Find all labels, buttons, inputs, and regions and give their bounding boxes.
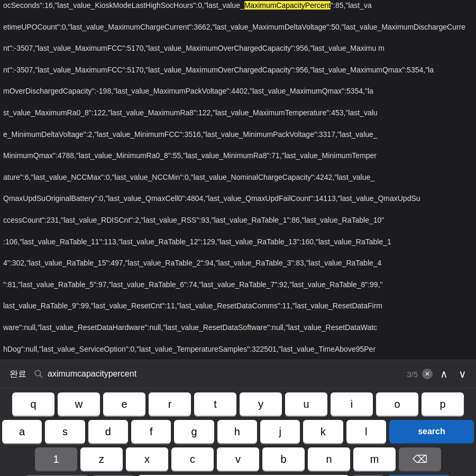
search-button[interactable]: search	[389, 420, 474, 443]
key-e[interactable]: e	[103, 392, 145, 416]
search-prev-button[interactable]: ∧	[437, 365, 451, 382]
key-r[interactable]: r	[149, 392, 191, 416]
key-t[interactable]: t	[194, 392, 236, 416]
key-y[interactable]: y	[240, 392, 282, 416]
search-input[interactable]	[48, 369, 402, 379]
key-h[interactable]: h	[217, 420, 257, 443]
key-delete[interactable]: ⌫	[399, 447, 441, 471]
keyboard-row-2: a s d f g h j k l search	[2, 420, 474, 443]
key-g[interactable]: g	[174, 420, 214, 443]
key-s[interactable]: s	[45, 420, 85, 443]
key-b[interactable]: b	[262, 447, 305, 471]
key-i[interactable]: i	[331, 392, 373, 416]
key-u[interactable]: u	[285, 392, 327, 416]
key-a[interactable]: a	[2, 420, 42, 443]
keyboard: q w e r t y u i o p a s d f g h j k l se…	[0, 388, 476, 476]
text-content-area: ocSeconds":16,"last_value_KioskModeLastH…	[0, 0, 476, 360]
svg-line-1	[40, 376, 42, 378]
key-k[interactable]: k	[303, 420, 343, 443]
key-v[interactable]: v	[217, 447, 259, 471]
key-z[interactable]: z	[80, 447, 123, 471]
search-bar: 완료 3/5 ✕ ∧ ∨	[0, 360, 476, 388]
highlight-maximumcapacitypercent-1: MaximumCapacityPercent	[244, 1, 331, 10]
text-body: ocSeconds":16,"last_value_KioskModeLastH…	[3, 0, 473, 360]
key-w[interactable]: w	[58, 392, 100, 416]
key-m[interactable]: m	[353, 447, 396, 471]
key-n[interactable]: n	[308, 447, 350, 471]
search-match-count: 3/5	[407, 370, 418, 379]
search-next-button[interactable]: ∨	[455, 365, 470, 382]
key-q[interactable]: q	[12, 392, 54, 416]
key-p[interactable]: p	[422, 392, 464, 416]
key-1[interactable]: 1	[35, 447, 77, 471]
key-l[interactable]: l	[346, 420, 386, 443]
search-done-button[interactable]: 완료	[6, 367, 30, 382]
search-icon	[34, 369, 43, 379]
key-c[interactable]: c	[171, 447, 214, 471]
keyboard-row-3: 1 z x c v b n m ⌫	[2, 447, 474, 471]
keyboard-row-1: q w e r t y u i o p	[2, 392, 474, 416]
key-o[interactable]: o	[376, 392, 418, 416]
search-clear-button[interactable]: ✕	[422, 369, 433, 379]
key-d[interactable]: d	[88, 420, 128, 443]
key-x[interactable]: x	[126, 447, 168, 471]
key-f[interactable]: f	[131, 420, 171, 443]
key-j[interactable]: j	[260, 420, 300, 443]
